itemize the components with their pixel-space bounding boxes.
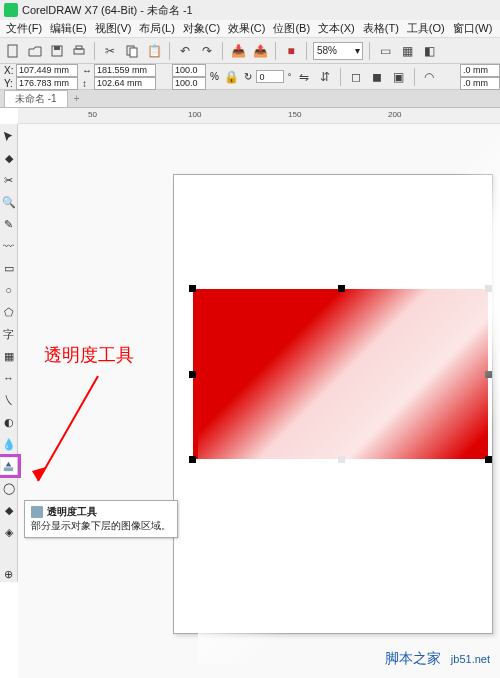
menu-window[interactable]: 窗口(W) xyxy=(453,21,493,36)
tab-document[interactable]: 未命名 -1 xyxy=(4,90,68,107)
resize-handle[interactable] xyxy=(485,371,492,378)
shape-tool-icon[interactable]: ◆ xyxy=(1,150,17,166)
scale-y-input[interactable]: 100.0 xyxy=(172,77,206,90)
artistic-tool-icon[interactable]: 〰 xyxy=(1,238,17,254)
eyedropper-tool-icon[interactable]: 💧 xyxy=(1,436,17,452)
publish-icon[interactable]: ■ xyxy=(282,42,300,60)
size-fields: ↔ 181.559 mm ↕ 102.64 mm xyxy=(82,64,156,90)
svg-rect-4 xyxy=(76,46,82,49)
separator xyxy=(169,42,170,60)
ellipse-tool-icon[interactable]: ○ xyxy=(1,282,17,298)
mirror-h-icon[interactable]: ⇋ xyxy=(295,68,312,86)
table-tool-icon[interactable]: ▦ xyxy=(1,348,17,364)
wrap-icon[interactable]: ▣ xyxy=(390,68,407,86)
resize-handle[interactable] xyxy=(485,285,492,292)
svg-rect-3 xyxy=(74,49,84,54)
title-bar: CorelDRAW X7 (64-Bit) - 未命名 -1 xyxy=(0,0,500,20)
text-tool-icon[interactable]: 字 xyxy=(1,326,17,342)
menu-bitmap[interactable]: 位图(B) xyxy=(273,21,310,36)
copy-icon[interactable] xyxy=(123,42,141,60)
height-input[interactable]: 102.64 mm xyxy=(94,77,156,90)
separator xyxy=(94,42,95,60)
rotate-icon: ↻ xyxy=(244,71,252,82)
percent-label: % xyxy=(210,71,219,82)
menu-view[interactable]: 视图(V) xyxy=(95,21,132,36)
snap-icon[interactable]: ▭ xyxy=(376,42,394,60)
y-label: Y: xyxy=(4,78,16,89)
menu-bar: 文件(F) 编辑(E) 视图(V) 布局(L) 对象(C) 效果(C) 位图(B… xyxy=(0,20,500,38)
pick-tool-icon[interactable] xyxy=(1,128,17,144)
corner-icon[interactable]: ◠ xyxy=(421,68,438,86)
ruler-tick: 200 xyxy=(388,110,401,119)
connector-tool-icon[interactable]: ㇏ xyxy=(1,392,17,408)
new-icon[interactable] xyxy=(4,42,22,60)
resize-handle[interactable] xyxy=(338,285,345,292)
stroke-b-input[interactable]: .0 mm xyxy=(460,77,500,90)
app-title: CorelDRAW X7 (64-Bit) - 未命名 -1 xyxy=(22,3,193,18)
x-label: X: xyxy=(4,65,16,76)
effects-tool-icon[interactable]: ◐ xyxy=(1,414,17,430)
zoom-combo[interactable]: 58%▾ xyxy=(313,42,363,60)
polygon-tool-icon[interactable]: ⬠ xyxy=(1,304,17,320)
resize-handle[interactable] xyxy=(189,285,196,292)
redo-icon[interactable]: ↷ xyxy=(198,42,216,60)
menu-file[interactable]: 文件(F) xyxy=(6,21,42,36)
menu-table[interactable]: 表格(T) xyxy=(363,21,399,36)
crop-tool-icon[interactable]: ✂ xyxy=(1,172,17,188)
zoom-tool-icon[interactable]: 🔍 xyxy=(1,194,17,210)
resize-handle[interactable] xyxy=(189,456,196,463)
degree-label: ° xyxy=(288,72,292,82)
export-icon[interactable]: 📤 xyxy=(251,42,269,60)
tooltip-desc: 部分显示对象下层的图像区域。 xyxy=(31,519,171,533)
drawing-canvas[interactable] xyxy=(18,124,500,678)
save-icon[interactable] xyxy=(48,42,66,60)
outline-front-icon[interactable]: ◻ xyxy=(347,68,364,86)
dimension-tool-icon[interactable]: ↔ xyxy=(1,370,17,386)
resize-handle[interactable] xyxy=(189,371,196,378)
transparency-tool-icon[interactable] xyxy=(1,458,17,474)
paste-icon[interactable]: 📋 xyxy=(145,42,163,60)
interactive-fill-tool-icon[interactable]: ◈ xyxy=(1,524,17,540)
outline-tool-icon[interactable]: ◯ xyxy=(1,480,17,496)
separator xyxy=(306,42,307,60)
rectangle-tool-icon[interactable]: ▭ xyxy=(1,260,17,276)
freehand-tool-icon[interactable]: ✎ xyxy=(1,216,17,232)
outline-back-icon[interactable]: ◼ xyxy=(369,68,386,86)
grid-icon[interactable]: ▦ xyxy=(398,42,416,60)
tooltip: 透明度工具 部分显示对象下层的图像区域。 xyxy=(24,500,178,538)
resize-handle[interactable] xyxy=(338,456,345,463)
undo-icon[interactable]: ↶ xyxy=(176,42,194,60)
scale-x-input[interactable]: 100.0 xyxy=(172,64,206,77)
watermark-url: jb51.net xyxy=(451,653,490,665)
import-icon[interactable]: 📥 xyxy=(229,42,247,60)
fill-tool-icon[interactable]: ◆ xyxy=(1,502,17,518)
new-tab-icon[interactable]: + xyxy=(74,93,80,104)
print-icon[interactable] xyxy=(70,42,88,60)
cut-icon[interactable]: ✂ xyxy=(101,42,119,60)
open-icon[interactable] xyxy=(26,42,44,60)
zoom-value: 58% xyxy=(317,45,337,56)
menu-text[interactable]: 文本(X) xyxy=(318,21,355,36)
svg-rect-7 xyxy=(4,467,13,471)
x-input[interactable]: 107.449 mm xyxy=(16,64,78,77)
ruler-tick: 100 xyxy=(188,110,201,119)
menu-edit[interactable]: 编辑(E) xyxy=(50,21,87,36)
rotation-input[interactable]: 0 xyxy=(256,70,283,83)
ruler-tick: 50 xyxy=(88,110,97,119)
menu-layout[interactable]: 布局(L) xyxy=(139,21,174,36)
menu-effect[interactable]: 效果(C) xyxy=(228,21,265,36)
quick-customize-icon[interactable]: ⊕ xyxy=(1,566,17,582)
tooltip-icon xyxy=(31,506,43,518)
menu-tool[interactable]: 工具(O) xyxy=(407,21,445,36)
stroke-a-input[interactable]: .0 mm xyxy=(460,64,500,77)
document-tabs: 未命名 -1 + xyxy=(0,90,500,108)
resize-handle[interactable] xyxy=(485,456,492,463)
width-input[interactable]: 181.559 mm xyxy=(94,64,156,77)
selected-rectangle[interactable] xyxy=(193,289,488,459)
menu-object[interactable]: 对象(C) xyxy=(183,21,220,36)
y-input[interactable]: 176.783 mm xyxy=(16,77,78,90)
watermark-brand: 脚本之家 xyxy=(385,650,441,666)
options-icon[interactable]: ◧ xyxy=(420,42,438,60)
lock-ratio-icon[interactable]: 🔒 xyxy=(223,68,240,86)
mirror-v-icon[interactable]: ⇵ xyxy=(317,68,334,86)
